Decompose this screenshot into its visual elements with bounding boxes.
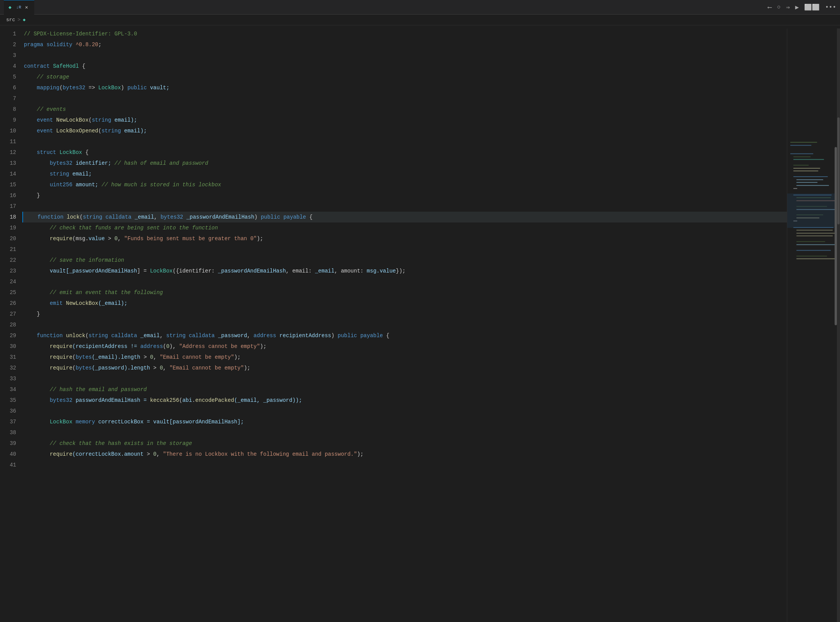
code-line-1[interactable]: // SPDX-License-Identifier: GPL-3.0 [22,28,787,39]
code-line-26[interactable]: emit NewLockBox(_email); [22,298,787,309]
svg-rect-23 [796,230,833,231]
line-number-12: 12 [3,147,16,158]
code-line-29[interactable]: function unlock(string calldata _email, … [22,330,787,341]
code-line-30[interactable]: require(recipientAddress != address(0), … [22,341,787,352]
code-line-33[interactable] [22,373,787,384]
toolbar-actions: ⟵ ○ ⇒ ▶ ⬜⬜ ••• [768,3,836,11]
svg-rect-29 [796,256,827,256]
code-line-9[interactable]: event NewLockBox(string email); [22,115,787,125]
svg-rect-12 [796,185,829,186]
code-line-4[interactable]: contract SafeHodl { [22,61,787,72]
code-line-32[interactable]: require(bytes(_password).length > 0, "Em… [22,363,787,373]
tab-git-indicator: ↓R [16,5,21,10]
line-number-30: 30 [3,341,16,352]
sol-file-icon: ◆ [8,4,12,10]
code-line-5[interactable]: // storage [22,72,787,82]
line-number-18: 18 [3,212,16,222]
line-number-40: 40 [3,449,16,460]
navigate-forward-icon[interactable]: ○ [777,4,781,11]
line-numbers-gutter: 1234567891011121314151617181920212223242… [0,28,19,622]
svg-rect-27 [796,244,835,245]
breadcrumb-file-icon: ◆ [23,17,25,23]
svg-rect-25 [796,236,833,236]
split-editor-icon[interactable]: ⇒ [786,3,790,11]
code-line-14[interactable]: string email; [22,169,787,179]
tab-safehodl[interactable]: ◆ ↓R ✕ [4,0,34,15]
line-number-8: 8 [3,104,16,115]
code-line-27[interactable]: } [22,309,787,319]
line-number-28: 28 [3,319,16,330]
svg-rect-9 [793,176,828,177]
run-icon[interactable]: ▶ [795,3,799,11]
code-line-11[interactable] [22,136,787,147]
minimap [787,28,837,622]
code-line-41[interactable] [22,460,787,470]
line-number-5: 5 [3,72,16,82]
code-line-13[interactable]: bytes32 identifier; // hash of email and… [22,158,787,169]
code-line-36[interactable] [22,406,787,416]
breadcrumb-src[interactable]: src [6,17,15,23]
svg-rect-7 [793,168,820,169]
svg-rect-24 [796,233,835,234]
code-line-17[interactable] [22,201,787,212]
code-line-8[interactable]: // events [22,104,787,115]
svg-rect-1 [790,142,817,143]
line-number-24: 24 [3,276,16,287]
svg-rect-5 [793,159,824,160]
svg-rect-2 [790,145,812,146]
line-number-25: 25 [3,287,16,298]
code-line-28[interactable] [22,319,787,330]
code-line-38[interactable] [22,427,787,438]
code-line-31[interactable]: require(bytes(_email).length > 0, "Email… [22,352,787,363]
line-number-22: 22 [3,255,16,266]
code-line-6[interactable]: mapping(bytes32 => LockBox) public vault… [22,82,787,93]
editor-container: ◆ ↓R ✕ ⟵ ○ ⇒ ▶ ⬜⬜ ••• src > ◆ 1234567891… [0,0,840,622]
code-line-22[interactable]: // save the information [22,255,787,266]
code-line-16[interactable]: } [22,190,787,201]
code-line-25[interactable]: // emit an event that the following [22,287,787,298]
code-line-7[interactable] [22,93,787,104]
code-line-20[interactable]: require(msg.value > 0, "Funds being sent… [22,233,787,244]
code-line-35[interactable]: bytes32 passwordAndEmailHash = keccak256… [22,395,787,406]
line-number-6: 6 [3,82,16,93]
tab-close-button[interactable]: ✕ [23,4,30,10]
code-editor[interactable]: // SPDX-License-Identifier: GPL-3.0pragm… [19,28,787,622]
code-line-18[interactable]: function lock(string calldata _email, by… [22,212,787,222]
code-line-2[interactable]: pragma solidity ^0.8.20; [22,39,787,50]
more-options-icon[interactable]: ••• [825,4,836,11]
line-number-36: 36 [3,406,16,416]
navigate-back-icon[interactable]: ⟵ [768,3,772,11]
code-line-23[interactable]: vault[_passwordAndEmailHash] = LockBox({… [22,266,787,276]
code-line-3[interactable] [22,50,787,61]
svg-rect-0 [787,134,837,516]
git-blame-info [0,25,840,28]
code-line-24[interactable] [22,276,787,287]
vertical-scrollbar[interactable] [837,28,840,622]
svg-rect-8 [793,171,818,171]
line-number-13: 13 [3,158,16,169]
line-number-35: 35 [3,395,16,406]
breadcrumb: src > ◆ [0,15,840,25]
code-line-40[interactable]: require(correctLockBox.amount > 0, "Ther… [22,449,787,460]
code-line-37[interactable]: LockBox memory correctLockBox = vault[pa… [22,416,787,427]
code-line-39[interactable]: // check that the hash exists in the sto… [22,438,787,449]
code-line-12[interactable]: struct LockBox { [22,147,787,158]
svg-rect-26 [796,241,825,242]
minimap-preview [787,28,837,622]
editor-body: 1234567891011121314151617181920212223242… [0,28,840,622]
line-number-32: 32 [3,363,16,373]
line-number-10: 10 [3,125,16,136]
line-number-3: 3 [3,50,16,61]
code-line-10[interactable]: event LockBoxOpened(string email); [22,125,787,136]
code-line-15[interactable]: uint256 amount; // how much is stored in… [22,179,787,190]
breadcrumb-separator-1: > [17,17,20,23]
layout-icon[interactable]: ⬜⬜ [804,3,820,11]
svg-rect-31 [787,194,837,228]
title-bar: ◆ ↓R ✕ ⟵ ○ ⇒ ▶ ⬜⬜ ••• [0,0,840,15]
svg-rect-10 [796,179,823,180]
code-line-34[interactable]: // hash the email and password [22,384,787,395]
code-line-19[interactable]: // check that funds are being sent into … [22,222,787,233]
code-line-21[interactable] [22,244,787,255]
line-number-27: 27 [3,309,16,319]
line-number-33: 33 [3,373,16,384]
